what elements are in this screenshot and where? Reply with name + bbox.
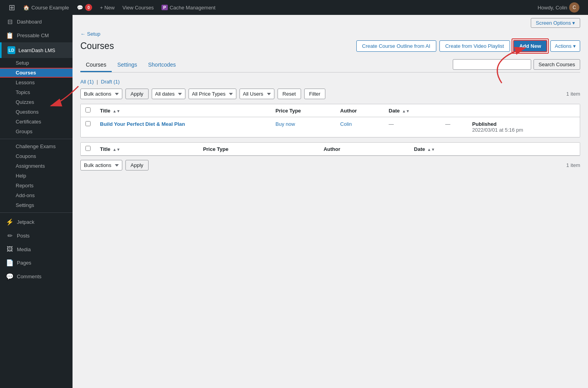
bottom-author-label: Author xyxy=(323,146,340,152)
bottom-col-title[interactable]: Title ▲▼ xyxy=(95,143,198,156)
sidebar-item-reports[interactable]: Reports xyxy=(0,181,73,190)
sidebar-item-jetpack[interactable]: ⚡ Jetpack xyxy=(0,215,73,229)
row-checkbox[interactable] xyxy=(85,121,91,126)
sidebar-label-quizzes: Quizzes xyxy=(16,99,34,105)
sidebar-item-pressable[interactable]: 📋 Pressable CM xyxy=(0,29,73,42)
sidebar-item-comments[interactable]: 💬 Comments xyxy=(0,270,73,283)
sidebar-item-setup[interactable]: Setup xyxy=(0,58,73,68)
sidebar-item-learndash[interactable]: LD LearnDash LMS xyxy=(0,42,73,58)
media-icon: 🖼 xyxy=(6,246,14,253)
sidebar-label-reports: Reports xyxy=(16,183,34,189)
admin-bar-howdy[interactable]: Howdy, Colin C xyxy=(534,0,583,15)
sidebar-item-groups[interactable]: Groups xyxy=(0,127,73,136)
count-all-link[interactable]: All (1) xyxy=(80,79,94,85)
admin-bar-view-courses[interactable]: View Courses xyxy=(118,0,158,15)
wp-icon: ⊞ xyxy=(9,3,15,12)
count-draft-link[interactable]: Draft (1) xyxy=(101,79,120,85)
bulk-actions-select-bottom[interactable]: Bulk actions xyxy=(80,160,122,170)
actions-chevron: ▾ xyxy=(573,43,576,49)
sidebar-item-challenge-exams[interactable]: Challenge Exams xyxy=(0,141,73,151)
courses-table: Title ▲▼ Price Type Author Date xyxy=(81,104,580,137)
date-sort: ▲▼ xyxy=(402,109,410,113)
count-sep: | xyxy=(97,79,98,85)
date-label: Date xyxy=(389,108,400,114)
sidebar-item-assignments[interactable]: Assignments xyxy=(0,161,73,171)
screen-options-bar: Screen Options ▾ xyxy=(73,15,588,31)
sidebar-label-lessons: Lessons xyxy=(16,80,34,85)
comment-count: 0 xyxy=(85,4,92,11)
pages-icon: 📄 xyxy=(6,259,14,267)
actions-button[interactable]: Actions ▾ xyxy=(550,40,580,52)
admin-bar-cache[interactable]: P Cache Management xyxy=(158,0,219,15)
dashboard-icon: ⊟ xyxy=(6,18,14,25)
create-outline-button[interactable]: Create Course Outline from AI xyxy=(356,40,436,52)
sidebar-item-help[interactable]: Help xyxy=(0,171,73,181)
sidebar-item-lessons[interactable]: Lessons xyxy=(0,78,73,87)
tab-settings[interactable]: Settings xyxy=(112,58,143,72)
tab-courses[interactable]: Courses xyxy=(80,58,112,72)
sidebar-label-pages: Pages xyxy=(17,260,31,266)
back-link[interactable]: ← Setup xyxy=(80,31,100,37)
sidebar-item-coupons[interactable]: Coupons xyxy=(0,151,73,161)
page-actions: Create Course Outline from AI Create fro… xyxy=(356,40,580,52)
sidebar-item-dashboard[interactable]: ⊟ Dashboard xyxy=(0,15,73,29)
sidebar-item-pages[interactable]: 📄 Pages xyxy=(0,256,73,270)
sidebar-label-settings: Settings xyxy=(16,202,34,208)
sidebar-item-addons[interactable]: Add-ons xyxy=(0,190,73,200)
sidebar-item-settings[interactable]: Settings xyxy=(0,200,73,210)
col-header-date[interactable]: Date ▲▼ xyxy=(384,104,441,117)
sidebar-item-posts[interactable]: ✏ Posts xyxy=(0,229,73,243)
sidebar-divider-2 xyxy=(0,212,73,213)
sidebar-item-certificates[interactable]: Certificates xyxy=(0,117,73,127)
search-button[interactable]: Search Courses xyxy=(534,59,580,70)
screen-options-button[interactable]: Screen Options ▾ xyxy=(531,18,580,28)
col-header-author: Author xyxy=(336,104,384,117)
admin-bar-comments[interactable]: 💬 0 xyxy=(73,0,96,15)
wp-logo[interactable]: ⊞ xyxy=(5,0,19,15)
table-body: Build Your Perfect Diet & Meal Plan Buy … xyxy=(81,117,580,137)
page-title: Courses xyxy=(80,41,114,51)
filter-row-bottom: Bulk actions Apply 1 item xyxy=(80,160,580,170)
title-label: Title xyxy=(100,108,111,114)
admin-bar-new[interactable]: + New xyxy=(96,0,118,15)
bottom-col-date[interactable]: Date ▲▼ xyxy=(409,143,515,156)
reset-button[interactable]: Reset xyxy=(278,89,301,99)
apply-button-top[interactable]: Apply xyxy=(125,89,149,99)
sidebar-item-questions[interactable]: Questions xyxy=(0,107,73,117)
bottom-col-checkbox xyxy=(81,143,95,156)
author-link[interactable]: Colin xyxy=(340,121,352,127)
select-all-checkbox-bottom[interactable] xyxy=(85,146,91,151)
bulk-actions-select-top[interactable]: Bulk actions xyxy=(80,89,122,99)
table-row: Build Your Perfect Diet & Meal Plan Buy … xyxy=(81,117,580,137)
all-price-types-select[interactable]: All Price Types xyxy=(189,89,236,99)
apply-button-bottom[interactable]: Apply xyxy=(125,160,149,170)
cache-icon: P xyxy=(162,5,167,10)
admin-bar-home[interactable]: 🏠 Course Example xyxy=(19,0,73,15)
sidebar-item-topics[interactable]: Topics xyxy=(0,87,73,97)
col-header-title[interactable]: Title ▲▼ xyxy=(95,104,271,117)
sidebar-item-media[interactable]: 🖼 Media xyxy=(0,243,73,256)
create-playlist-button[interactable]: Create from Video Playlist xyxy=(439,40,510,52)
filter-button[interactable]: Filter xyxy=(304,89,326,99)
filter-row-top: Bulk actions Apply All dates All Price T… xyxy=(80,89,580,99)
sidebar-label-learndash: LearnDash LMS xyxy=(18,47,55,53)
search-box: Search Courses xyxy=(453,59,580,70)
sidebar-item-courses[interactable]: Courses xyxy=(0,68,73,78)
sidebar-label-courses: Courses xyxy=(16,70,36,76)
col-header-extra1 xyxy=(441,104,468,117)
all-users-select[interactable]: All Users xyxy=(240,89,274,99)
select-all-checkbox-top[interactable] xyxy=(85,107,91,112)
sidebar-label-certificates: Certificates xyxy=(16,119,41,125)
learndash-icon: LD xyxy=(7,46,15,54)
sidebar-item-quizzes[interactable]: Quizzes xyxy=(0,97,73,107)
search-input[interactable] xyxy=(453,59,531,70)
tab-shortcodes[interactable]: Shortcodes xyxy=(143,58,181,72)
sidebar: ⊟ Dashboard 📋 Pressable CM LD LearnDash … xyxy=(0,15,73,388)
sidebar-label-setup: Setup xyxy=(16,60,29,66)
course-title-link[interactable]: Build Your Perfect Diet & Meal Plan xyxy=(100,121,185,127)
price-type-link[interactable]: Buy now xyxy=(276,121,295,127)
add-new-button[interactable]: Add New xyxy=(513,40,548,52)
filter-left-top: Bulk actions Apply All dates All Price T… xyxy=(80,89,325,99)
table-header: Title ▲▼ Price Type Author Date xyxy=(81,104,580,117)
all-dates-select[interactable]: All dates xyxy=(152,89,185,99)
